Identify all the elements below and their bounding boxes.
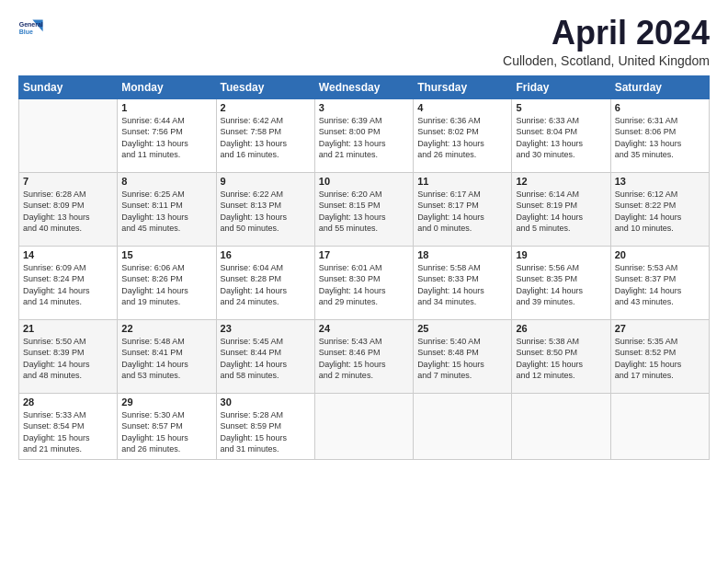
day-info: Sunrise: 5:35 AMSunset: 8:52 PMDaylight:…: [615, 336, 705, 382]
calendar-week-1: 1Sunrise: 6:44 AMSunset: 7:56 PMDaylight…: [19, 98, 710, 172]
daylight-label: Daylight: 15 hours: [516, 359, 606, 371]
calendar-cell: 6Sunrise: 6:31 AMSunset: 8:06 PMDaylight…: [610, 98, 709, 172]
sunrise: Sunrise: 5:53 AM: [615, 262, 705, 274]
sunrise: Sunrise: 6:17 AM: [417, 189, 507, 201]
daylight-minutes: and 12 minutes.: [516, 370, 606, 382]
sunrise: Sunrise: 6:12 AM: [615, 189, 705, 201]
calendar-cell: 28Sunrise: 5:33 AMSunset: 8:54 PMDayligh…: [19, 393, 118, 459]
daylight-minutes: and 5 minutes.: [516, 223, 606, 235]
daylight-minutes: and 48 minutes.: [23, 370, 113, 382]
day-info: Sunrise: 6:06 AMSunset: 8:26 PMDaylight:…: [121, 262, 211, 308]
daylight-label: Daylight: 14 hours: [221, 285, 311, 297]
day-info: Sunrise: 6:14 AMSunset: 8:19 PMDaylight:…: [516, 189, 606, 235]
calendar-cell: 7Sunrise: 6:28 AMSunset: 8:09 PMDaylight…: [19, 172, 118, 246]
daylight-minutes: and 40 minutes.: [23, 223, 113, 235]
day-number: 11: [417, 176, 507, 187]
calendar-cell: 23Sunrise: 5:45 AMSunset: 8:44 PMDayligh…: [216, 319, 314, 393]
daylight-label: Daylight: 13 hours: [121, 138, 211, 150]
day-number: 29: [121, 396, 211, 408]
sunrise: Sunrise: 5:35 AM: [615, 336, 705, 348]
day-info: Sunrise: 5:48 AMSunset: 8:41 PMDaylight:…: [121, 336, 211, 382]
daylight-label: Daylight: 14 hours: [23, 359, 113, 371]
day-info: Sunrise: 6:17 AMSunset: 8:17 PMDaylight:…: [417, 189, 507, 235]
daylight-minutes: and 7 minutes.: [417, 370, 507, 382]
calendar-week-2: 7Sunrise: 6:28 AMSunset: 8:09 PMDaylight…: [19, 172, 710, 246]
day-info: Sunrise: 6:12 AMSunset: 8:22 PMDaylight:…: [615, 189, 705, 235]
daylight-minutes: and 29 minutes.: [319, 296, 409, 308]
day-number: 7: [23, 176, 113, 187]
daylight-minutes: and 55 minutes.: [319, 223, 409, 235]
day-info: Sunrise: 5:50 AMSunset: 8:39 PMDaylight:…: [23, 336, 113, 382]
sunset: Sunset: 8:11 PM: [121, 200, 211, 212]
day-info: Sunrise: 5:40 AMSunset: 8:48 PMDaylight:…: [417, 336, 507, 382]
day-info: Sunrise: 6:28 AMSunset: 8:09 PMDaylight:…: [23, 189, 113, 235]
calendar-cell: [414, 393, 512, 459]
sunrise: Sunrise: 5:58 AM: [417, 262, 507, 274]
calendar-week-5: 28Sunrise: 5:33 AMSunset: 8:54 PMDayligh…: [19, 393, 710, 459]
calendar-cell: 14Sunrise: 6:09 AMSunset: 8:24 PMDayligh…: [19, 246, 118, 319]
sunrise: Sunrise: 6:04 AM: [221, 262, 311, 274]
sunset: Sunset: 8:41 PM: [121, 347, 211, 359]
sunset: Sunset: 8:22 PM: [615, 200, 705, 212]
col-friday: Friday: [512, 75, 610, 98]
sunrise: Sunrise: 5:33 AM: [23, 409, 113, 421]
calendar-cell: 19Sunrise: 5:56 AMSunset: 8:35 PMDayligh…: [512, 246, 610, 319]
sunrise: Sunrise: 6:39 AM: [319, 115, 409, 127]
daylight-minutes: and 34 minutes.: [417, 296, 507, 308]
sunrise: Sunrise: 6:28 AM: [23, 189, 113, 201]
daylight-label: Daylight: 14 hours: [121, 285, 211, 297]
day-number: 28: [23, 396, 113, 408]
day-number: 5: [516, 102, 606, 113]
daylight-label: Daylight: 15 hours: [615, 359, 705, 371]
sunset: Sunset: 8:00 PM: [319, 126, 409, 138]
day-info: Sunrise: 6:36 AMSunset: 8:02 PMDaylight:…: [417, 115, 507, 161]
daylight-label: Daylight: 14 hours: [615, 212, 705, 224]
calendar-cell: 2Sunrise: 6:42 AMSunset: 7:58 PMDaylight…: [216, 98, 314, 172]
day-number: 8: [121, 176, 211, 187]
calendar-cell: [610, 393, 709, 459]
calendar-cell: 11Sunrise: 6:17 AMSunset: 8:17 PMDayligh…: [414, 172, 512, 246]
daylight-label: Daylight: 13 hours: [417, 138, 507, 150]
daylight-minutes: and 26 minutes.: [121, 443, 211, 455]
calendar-cell: 13Sunrise: 6:12 AMSunset: 8:22 PMDayligh…: [610, 172, 709, 246]
calendar-cell: 1Sunrise: 6:44 AMSunset: 7:56 PMDaylight…: [118, 98, 216, 172]
day-info: Sunrise: 5:53 AMSunset: 8:37 PMDaylight:…: [615, 262, 705, 308]
daylight-label: Daylight: 13 hours: [221, 138, 311, 150]
daylight-label: Daylight: 14 hours: [23, 285, 113, 297]
day-number: 20: [615, 249, 705, 260]
daylight-minutes: and 2 minutes.: [319, 370, 409, 382]
sunrise: Sunrise: 5:43 AM: [319, 336, 409, 348]
day-number: 1: [121, 102, 211, 113]
daylight-label: Daylight: 13 hours: [23, 212, 113, 224]
daylight-label: Daylight: 13 hours: [121, 212, 211, 224]
col-tuesday: Tuesday: [216, 75, 314, 98]
col-saturday: Saturday: [610, 75, 709, 98]
day-info: Sunrise: 6:04 AMSunset: 8:28 PMDaylight:…: [221, 262, 311, 308]
calendar-cell: 8Sunrise: 6:25 AMSunset: 8:11 PMDaylight…: [118, 172, 216, 246]
logo: General Blue: [18, 15, 44, 40]
daylight-minutes: and 19 minutes.: [121, 296, 211, 308]
sunrise: Sunrise: 5:50 AM: [23, 336, 113, 348]
sunset: Sunset: 8:46 PM: [319, 347, 409, 359]
sunrise: Sunrise: 6:31 AM: [615, 115, 705, 127]
calendar-cell: 21Sunrise: 5:50 AMSunset: 8:39 PMDayligh…: [19, 319, 118, 393]
daylight-minutes: and 50 minutes.: [221, 223, 311, 235]
sunset: Sunset: 8:59 PM: [221, 420, 311, 432]
daylight-label: Daylight: 14 hours: [615, 285, 705, 297]
day-info: Sunrise: 6:09 AMSunset: 8:24 PMDaylight:…: [23, 262, 113, 308]
day-info: Sunrise: 5:45 AMSunset: 8:44 PMDaylight:…: [221, 336, 311, 382]
calendar-cell: 22Sunrise: 5:48 AMSunset: 8:41 PMDayligh…: [118, 319, 216, 393]
day-info: Sunrise: 6:25 AMSunset: 8:11 PMDaylight:…: [121, 189, 211, 235]
sunset: Sunset: 8:02 PM: [417, 126, 507, 138]
svg-text:General: General: [19, 21, 43, 28]
sunset: Sunset: 8:09 PM: [23, 200, 113, 212]
daylight-label: Daylight: 14 hours: [121, 359, 211, 371]
sunrise: Sunrise: 6:06 AM: [121, 262, 211, 274]
sunrise: Sunrise: 6:33 AM: [516, 115, 606, 127]
col-wednesday: Wednesday: [314, 75, 413, 98]
day-info: Sunrise: 5:33 AMSunset: 8:54 PMDaylight:…: [23, 409, 113, 455]
daylight-minutes: and 39 minutes.: [516, 296, 606, 308]
daylight-minutes: and 26 minutes.: [417, 149, 507, 161]
col-thursday: Thursday: [414, 75, 512, 98]
sunset: Sunset: 8:44 PM: [221, 347, 311, 359]
